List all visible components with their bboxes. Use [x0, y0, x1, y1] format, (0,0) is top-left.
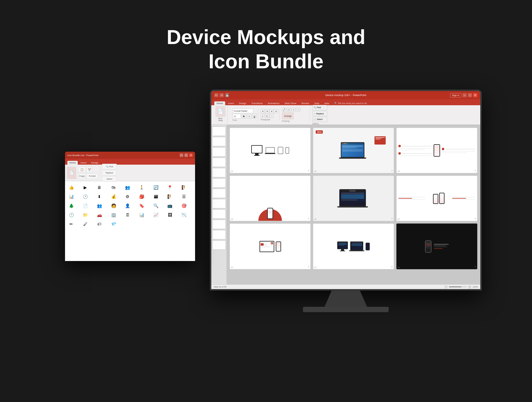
slide-38[interactable]: 38 +: [230, 176, 311, 221]
tab-home-secondary[interactable]: Home: [67, 161, 78, 165]
cut-btn[interactable]: ✂️: [86, 167, 92, 173]
add-slide-btn-44[interactable]: +: [474, 265, 476, 268]
icon-item: 🖊: [82, 220, 89, 228]
replace-main-btn[interactable]: ↔ Replace: [312, 111, 327, 116]
ppt-main-content: 34 +: [211, 125, 480, 284]
mini-slide-10[interactable]: [212, 220, 226, 229]
slide-40[interactable]: 40 +: [396, 176, 477, 221]
tab-insert-secondary[interactable]: Insert: [78, 161, 88, 165]
ribbon-bar: 📄 NewSlide Format Painter 11: [211, 105, 480, 125]
close-main-btn[interactable]: ✕: [473, 93, 477, 97]
icon-item: 📉: [180, 211, 188, 219]
zoom-in-btn[interactable]: +: [468, 285, 471, 289]
underline-btn[interactable]: U: [252, 114, 257, 119]
icon-item: 🖼: [166, 211, 174, 219]
shape-line-btn[interactable]: ╱: [282, 108, 286, 112]
replace-btn[interactable]: Replace: [102, 170, 117, 176]
mini-slide-9[interactable]: [212, 209, 226, 219]
maximize-main-btn[interactable]: □: [468, 93, 472, 97]
icon-item: 👤: [124, 202, 132, 210]
arrange-btn[interactable]: Arrange: [282, 112, 294, 119]
add-slide-btn-34[interactable]: +: [308, 169, 309, 172]
redo-btn[interactable]: ↪: [220, 93, 224, 97]
select-main-btn[interactable]: ⬜ Select: [312, 117, 327, 122]
format-painter-btn[interactable]: Format: [86, 173, 98, 179]
secondary-ribbon-sep: [100, 166, 100, 179]
tab-home[interactable]: Home: [214, 101, 225, 105]
find-btn[interactable]: 🔍 Find: [102, 164, 117, 169]
numbered-list-btn[interactable]: 1.: [265, 114, 269, 118]
new-slide-btn-secondary[interactable]: 📄: [67, 167, 76, 179]
copy-btn[interactable]: Copy: [78, 173, 86, 179]
zoom-level: − + 122%: [444, 285, 478, 289]
mini-slide-2[interactable]: [212, 137, 226, 146]
mini-slide-5[interactable]: [212, 168, 226, 177]
mini-slide-8[interactable]: [212, 199, 226, 208]
slide-34[interactable]: 34 +: [230, 128, 311, 173]
mini-slide-3[interactable]: [212, 147, 226, 157]
align-right-btn[interactable]: ≡: [270, 109, 274, 113]
tab-animations[interactable]: Animations: [265, 101, 282, 105]
tab-design[interactable]: Design: [236, 101, 249, 105]
zoom-slider[interactable]: [449, 286, 467, 287]
find-main-btn[interactable]: 🔍 Find: [312, 105, 327, 110]
hero-title: Device Mockups and Icon Bundle: [0, 25, 532, 73]
zoom-out-btn[interactable]: −: [444, 285, 448, 289]
slide-39[interactable]: ⬛⬛⬛: [313, 176, 394, 221]
list-btn[interactable]: •: [261, 114, 265, 118]
new-slide-btn[interactable]: 📄: [215, 106, 226, 117]
slide-43[interactable]: 43 +: [313, 223, 394, 269]
icon-item: 🚗: [95, 211, 103, 219]
mini-slide-7[interactable]: [212, 189, 226, 198]
slides-grid-area: 34 +: [227, 125, 480, 284]
tab-design-secondary[interactable]: Design: [89, 161, 100, 165]
mini-slide-6[interactable]: [212, 178, 226, 188]
new-slide-label: NewSlide: [218, 117, 223, 121]
shape-circle-btn[interactable]: ○: [291, 108, 296, 112]
font-family-dropdown[interactable]: Format Painter: [233, 108, 253, 113]
minimize-main-btn[interactable]: ─: [463, 93, 467, 97]
maximize-btn[interactable]: □: [184, 153, 188, 157]
slide-42[interactable]: ▶ 42 +: [230, 223, 311, 269]
tell-me-input[interactable]: 🔍 Tell me what you want to do: [332, 101, 369, 105]
add-slide-btn-39[interactable]: +: [391, 217, 393, 220]
mini-slide-11[interactable]: [212, 230, 226, 239]
paste-btn[interactable]: 📋: [78, 167, 86, 173]
close-btn[interactable]: ✕: [189, 153, 193, 157]
italic-btn[interactable]: I: [247, 114, 252, 119]
add-slide-btn-38[interactable]: +: [308, 217, 309, 220]
shape-rect-btn[interactable]: □: [287, 108, 291, 112]
font-size-dropdown[interactable]: 11: [233, 114, 241, 119]
icon-item: 🧑: [110, 202, 117, 210]
align-left-btn[interactable]: ≡: [261, 109, 265, 113]
select-btn[interactable]: Select: [102, 176, 117, 182]
justify-btn[interactable]: ≡: [274, 109, 278, 113]
tab-insert[interactable]: Insert: [226, 101, 236, 105]
tab-transitions[interactable]: Transitions: [249, 101, 265, 105]
tab-slideshow[interactable]: Slide Show: [282, 101, 299, 105]
mini-slide-12[interactable]: [212, 240, 226, 250]
indent-btn[interactable]: →: [270, 114, 274, 118]
bold-btn[interactable]: B: [241, 114, 246, 119]
signin-btn[interactable]: Sign in: [450, 93, 461, 98]
mini-slide-1[interactable]: [212, 127, 226, 136]
add-slide-btn-36[interactable]: +: [474, 169, 476, 172]
slide-44[interactable]: 44 +: [396, 223, 477, 269]
slide-35[interactable]: New 35 +: [313, 128, 394, 173]
undo-btn[interactable]: ↩: [214, 93, 218, 97]
slide-36[interactable]: 36 +: [396, 128, 477, 173]
add-slide-btn-35[interactable]: +: [391, 169, 393, 172]
icon-item: 🕐: [82, 193, 89, 200]
shape-arrow-btn[interactable]: →: [296, 108, 300, 112]
icon-item: 📍: [166, 184, 174, 191]
mini-slide-4[interactable]: [212, 158, 226, 167]
tab-review[interactable]: Review: [299, 101, 312, 105]
icons-grid: 👍 ▶ 🖥 🛍 👥 🚶 🔄 📍 🧗 📊 🕐 ⬇ 💰 ⚙ 🎒: [67, 184, 193, 228]
add-slide-btn-40[interactable]: +: [474, 217, 476, 220]
save-btn[interactable]: 💾: [225, 93, 229, 97]
ribbon-font-group: Format Painter 11 B I U Font: [231, 108, 258, 121]
align-center-btn[interactable]: ≡: [265, 109, 269, 113]
add-slide-btn-43[interactable]: +: [391, 265, 393, 268]
minimize-btn[interactable]: ─: [180, 153, 183, 157]
add-slide-btn-42[interactable]: +: [308, 265, 309, 268]
